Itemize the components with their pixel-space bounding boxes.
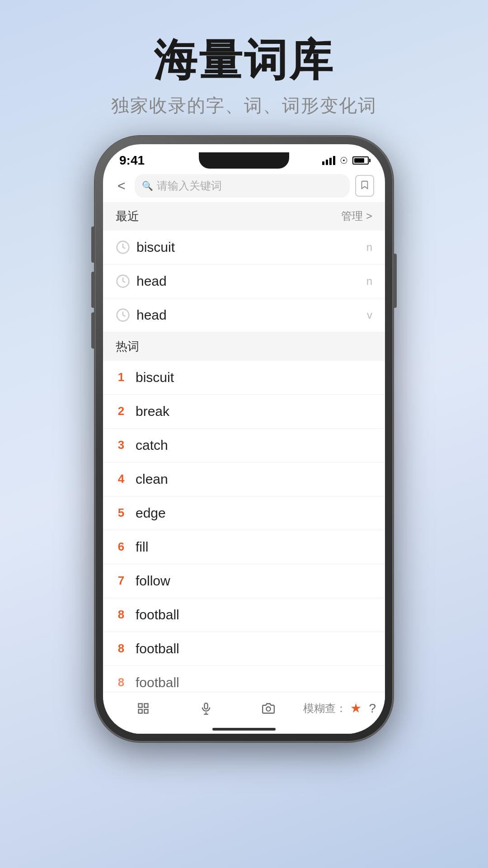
camera-icon [262, 702, 275, 715]
wifi-icon: ☉ [340, 155, 348, 166]
rank-8: 8 [116, 642, 127, 656]
rank-0: 1 [116, 370, 127, 384]
hot-word-7: football [136, 607, 372, 623]
recent-item-0[interactable]: biscuit n [103, 231, 385, 264]
hot-word-0: biscuit [136, 370, 372, 385]
recent-section-header: 最近 管理 > [103, 202, 385, 231]
search-placeholder: 请输入关键词 [157, 179, 222, 193]
recent-word-1: head [136, 274, 360, 289]
hot-item-9[interactable]: 8 football [103, 666, 385, 692]
page-title: 海量词库 [111, 36, 377, 84]
recent-word-2: head [136, 307, 361, 323]
bookmark-button[interactable] [355, 175, 374, 197]
hot-item-2[interactable]: 3 catch [103, 429, 385, 462]
battery-icon [352, 156, 369, 165]
svg-rect-5 [139, 709, 142, 713]
hot-word-3: clean [136, 472, 372, 487]
grid-button[interactable] [112, 698, 174, 718]
svg-rect-7 [204, 703, 207, 709]
hot-word-9: football [136, 675, 372, 690]
hot-item-8[interactable]: 8 football [103, 632, 385, 666]
hot-item-6[interactable]: 7 follow [103, 564, 385, 598]
star-button[interactable]: ★ [350, 701, 361, 716]
question-button[interactable]: ? [369, 701, 376, 716]
recent-pos-2: v [367, 309, 372, 321]
bottom-bar: 模糊查： ★ ? [103, 692, 385, 725]
fuzzy-label: 模糊查： [300, 701, 350, 716]
nav-bar: < 🔍 请输入关键词 [103, 170, 385, 202]
recent-pos-0: n [366, 241, 372, 254]
manage-button[interactable]: 管理 > [341, 209, 372, 223]
signal-icon [322, 156, 335, 165]
phone-wrapper: 9:41 ☉ < 🔍 请输入关键词 [95, 136, 393, 742]
hot-item-4[interactable]: 5 edge [103, 496, 385, 530]
back-button[interactable]: < [114, 176, 129, 195]
recent-word-0: biscuit [136, 240, 360, 255]
rank-1: 2 [116, 404, 127, 418]
hot-word-8: football [136, 641, 372, 656]
home-indicator [103, 725, 385, 734]
rank-2: 3 [116, 438, 127, 452]
rank-7: 8 [116, 608, 127, 622]
camera-button[interactable] [237, 698, 300, 718]
hot-item-5[interactable]: 6 fill [103, 530, 385, 564]
content-area[interactable]: 最近 管理 > biscuit n head n [103, 202, 385, 692]
status-time: 9:41 [119, 153, 145, 168]
clock-icon [116, 274, 130, 288]
rank-5: 6 [116, 540, 127, 554]
home-bar [212, 728, 276, 731]
hot-word-5: fill [136, 539, 372, 555]
recent-item-2[interactable]: head v [103, 298, 385, 332]
page-subtitle: 独家收录的字、词、词形变化词 [111, 93, 377, 118]
search-box[interactable]: 🔍 请输入关键词 [135, 174, 350, 198]
hot-item-3[interactable]: 4 clean [103, 462, 385, 496]
svg-rect-6 [145, 709, 148, 713]
clock-icon [116, 308, 130, 322]
rank-4: 5 [116, 506, 127, 520]
phone-screen: 9:41 ☉ < 🔍 请输入关键词 [103, 144, 385, 734]
recent-item-1[interactable]: head n [103, 264, 385, 298]
grid-icon [137, 702, 150, 715]
status-icons: ☉ [322, 155, 369, 166]
rank-3: 4 [116, 472, 127, 486]
mic-button[interactable] [174, 698, 237, 718]
search-icon: 🔍 [142, 180, 153, 191]
clock-icon [116, 240, 130, 255]
notch [199, 152, 289, 169]
hot-title: 热词 [116, 339, 139, 354]
hot-word-2: catch [136, 438, 372, 453]
mic-icon [200, 702, 212, 715]
hot-item-0[interactable]: 1 biscuit [103, 361, 385, 395]
recent-title: 最近 [116, 208, 139, 224]
hot-section-header: 热词 [103, 332, 385, 361]
page-header: 海量词库 独家收录的字、词、词形变化词 [111, 0, 377, 118]
hot-item-1[interactable]: 2 break [103, 395, 385, 429]
hot-word-4: edge [136, 505, 372, 521]
svg-rect-3 [139, 703, 142, 707]
svg-point-8 [267, 707, 271, 711]
rank-9: 8 [116, 675, 127, 689]
hot-item-7[interactable]: 8 football [103, 598, 385, 632]
hot-word-1: break [136, 404, 372, 419]
svg-rect-4 [145, 703, 148, 707]
hot-word-6: follow [136, 573, 372, 589]
rank-6: 7 [116, 574, 127, 588]
recent-pos-1: n [366, 275, 372, 288]
